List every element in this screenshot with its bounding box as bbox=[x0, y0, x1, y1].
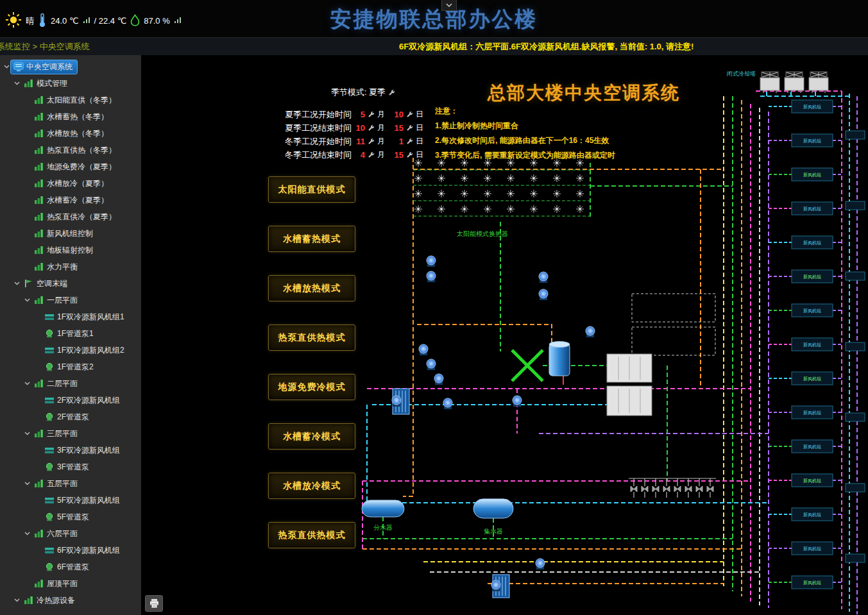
plant-equipment bbox=[362, 342, 652, 598]
tree-item[interactable]: 中央空调系统 bbox=[0, 58, 141, 75]
tree-item[interactable]: 水槽蓄热（冬季） bbox=[0, 108, 141, 125]
tree-item[interactable]: 二层平面 bbox=[0, 375, 141, 392]
schedule-month-value[interactable]: 11 bbox=[353, 137, 365, 146]
device-box[interactable]: 新风机组 bbox=[769, 304, 842, 317]
tree-item[interactable]: 5F管道泵 bbox=[0, 509, 141, 525]
chevron-down-icon[interactable] bbox=[3, 65, 11, 69]
device-box[interactable]: 新风机组 bbox=[769, 168, 842, 181]
tree-item-body: 水槽蓄冷（夏季） bbox=[31, 194, 113, 207]
tree-item[interactable]: 模式管理 bbox=[0, 75, 141, 92]
wrench-icon[interactable] bbox=[406, 151, 413, 158]
device-box[interactable]: 新风机组 bbox=[769, 406, 842, 419]
solar-hx-label: 太阳能模式换热器 bbox=[457, 230, 508, 237]
schedule-month-value[interactable]: 5 bbox=[353, 110, 365, 119]
device-box-small[interactable] bbox=[846, 484, 865, 492]
tree-item[interactable]: 太阳能直供（冬季） bbox=[0, 92, 141, 108]
tree-item[interactable]: 1F管道泵2 bbox=[0, 358, 141, 375]
wrench-icon[interactable] bbox=[406, 124, 413, 131]
mode-button[interactable]: 热泵直供热模式 bbox=[268, 324, 355, 351]
chevron-down-icon[interactable] bbox=[23, 482, 31, 485]
device-box[interactable]: 新风机组 bbox=[769, 474, 842, 487]
mode-button[interactable]: 水槽放冷模式 bbox=[268, 473, 355, 499]
device-box[interactable]: 新风机组 bbox=[769, 134, 842, 147]
schedule-day-value[interactable]: 15 bbox=[392, 123, 404, 133]
mode-button[interactable]: 太阳能直供模式 bbox=[268, 176, 355, 203]
tree-item[interactable]: 水槽蓄冷（夏季） bbox=[0, 192, 141, 208]
device-box-small[interactable] bbox=[846, 272, 865, 280]
tree-item[interactable]: 热泵直供热（冬季） bbox=[0, 142, 141, 158]
device-box[interactable]: 新风机组 bbox=[769, 338, 842, 351]
schedule-day-value[interactable]: 1 bbox=[392, 137, 404, 146]
tree-item[interactable]: 2F管道泵 bbox=[0, 409, 141, 425]
tree-item[interactable]: 水力平衡 bbox=[0, 258, 141, 275]
schedule-day-value[interactable]: 10 bbox=[392, 110, 404, 119]
wrench-icon[interactable] bbox=[406, 111, 413, 118]
device-box[interactable]: 新风机组 bbox=[769, 508, 842, 521]
schedule-month-value[interactable]: 10 bbox=[353, 123, 365, 133]
diagram-title: 总部大楼中央空调系统 bbox=[488, 81, 680, 105]
device-box[interactable]: 新风机组 bbox=[769, 236, 842, 249]
tree-item[interactable]: 水槽放冷（夏季） bbox=[0, 175, 141, 192]
tree-item[interactable]: 屋顶平面 bbox=[0, 575, 141, 592]
wrench-icon[interactable] bbox=[368, 151, 375, 158]
wrench-icon[interactable] bbox=[368, 111, 375, 118]
header-collapse-button[interactable] bbox=[441, 0, 457, 11]
tree-item[interactable]: 新风机组控制 bbox=[0, 225, 141, 242]
print-button[interactable] bbox=[145, 595, 163, 612]
tree-item[interactable]: 水槽放热（冬季） bbox=[0, 125, 141, 142]
device-box[interactable]: 新风机组 bbox=[769, 100, 842, 113]
tree-item[interactable]: 热泵直供冷（夏季） bbox=[0, 208, 141, 225]
breadcrumb[interactable]: 系统监控 > 中央空调系统 bbox=[0, 38, 90, 56]
mode-button[interactable]: 热泵直供热模式 bbox=[268, 522, 355, 548]
schedule-day-value[interactable]: 15 bbox=[392, 150, 404, 160]
mode-button[interactable]: 水槽蓄冷模式 bbox=[268, 423, 355, 450]
tree-item[interactable]: 3F双冷源新风机组 bbox=[0, 442, 141, 459]
device-box[interactable]: 新风机组 bbox=[769, 202, 842, 215]
device-box[interactable]: 新风机组 bbox=[769, 270, 842, 283]
tree-item[interactable]: 3F管道泵 bbox=[0, 459, 141, 475]
wrench-icon[interactable] bbox=[368, 124, 375, 131]
tree-item[interactable]: 2F双冷源新风机组 bbox=[0, 392, 141, 409]
device-box-small[interactable] bbox=[846, 131, 865, 139]
chevron-down-icon[interactable] bbox=[23, 298, 31, 302]
device-box-small[interactable] bbox=[846, 413, 865, 421]
tree-item[interactable]: 六层平面 bbox=[0, 525, 141, 542]
tree-item[interactable]: 1F双冷源新风机组2 bbox=[0, 342, 141, 358]
device-box-small[interactable] bbox=[846, 554, 865, 562]
tree-item-label: 1F管道泵1 bbox=[57, 328, 94, 339]
chevron-down-icon[interactable] bbox=[13, 81, 21, 85]
chevron-down-icon[interactable] bbox=[13, 598, 21, 602]
device-box-small[interactable] bbox=[846, 342, 865, 351]
wrench-icon[interactable] bbox=[388, 89, 395, 96]
schedule-month-value[interactable]: 4 bbox=[353, 150, 365, 160]
mode-button[interactable]: 地源免费冷模式 bbox=[268, 374, 355, 400]
tree-item[interactable]: 6F管道泵 bbox=[0, 559, 141, 575]
device-box[interactable]: 新风机组 bbox=[769, 372, 842, 385]
tree-item[interactable]: 1F双冷源新风机组1 bbox=[0, 308, 141, 325]
chevron-down-icon[interactable] bbox=[13, 282, 21, 285]
tree-item[interactable]: 地板辐射控制 bbox=[0, 242, 141, 258]
tree-item[interactable]: 6F双冷源新风机组 bbox=[0, 542, 141, 559]
humidity-value: 87.0 % bbox=[144, 16, 169, 26]
tree-item[interactable]: 空调末端 bbox=[0, 275, 141, 292]
mode-button[interactable]: 水槽蓄热模式 bbox=[268, 226, 355, 252]
wrench-icon[interactable] bbox=[406, 138, 413, 145]
solar-collector bbox=[414, 190, 422, 198]
device-box[interactable]: 新风机组 bbox=[769, 542, 842, 555]
tree-item[interactable]: 冷热源设备 bbox=[0, 592, 141, 609]
chevron-down-icon[interactable] bbox=[23, 382, 31, 385]
tree-item[interactable]: 一层平面 bbox=[0, 292, 141, 308]
tree-item[interactable]: 地源免费冷（夏季） bbox=[0, 158, 141, 175]
mode-button[interactable]: 水槽放热模式 bbox=[268, 275, 355, 301]
device-box[interactable]: 新风机组 bbox=[769, 440, 842, 453]
device-box-small[interactable] bbox=[846, 201, 865, 210]
tree-item[interactable]: 1F管道泵1 bbox=[0, 325, 141, 342]
device-box[interactable]: 新风机组 bbox=[769, 576, 842, 589]
chevron-down-icon[interactable] bbox=[23, 432, 31, 435]
chevron-down-icon[interactable] bbox=[23, 532, 31, 535]
tree-item[interactable]: 5F双冷源新风机组 bbox=[0, 492, 141, 509]
wrench-icon[interactable] bbox=[368, 138, 375, 145]
tree-item[interactable]: 三层平面 bbox=[0, 425, 141, 442]
tree-item[interactable]: 五层平面 bbox=[0, 475, 141, 492]
buffer-tank bbox=[549, 344, 570, 376]
